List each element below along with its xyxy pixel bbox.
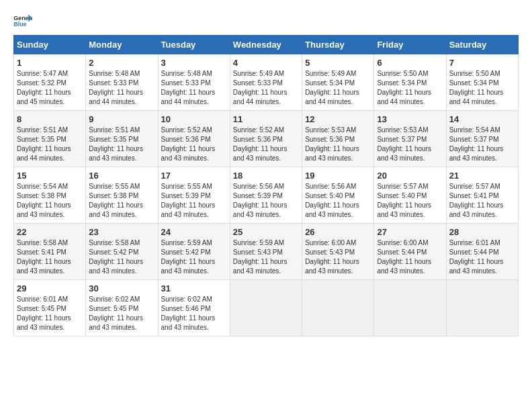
cell-info: Sunrise: 6:01 AMSunset: 5:45 PMDaylight:… xyxy=(17,295,83,332)
day-number: 10 xyxy=(161,114,227,124)
day-number: 17 xyxy=(161,171,227,181)
calendar-cell: 27Sunrise: 6:00 AMSunset: 5:44 PMDayligh… xyxy=(374,224,446,280)
logo: General Blue xyxy=(13,13,32,28)
logo-icon: General Blue xyxy=(13,13,32,28)
day-number: 7 xyxy=(449,58,515,68)
cell-info: Sunrise: 5:52 AMSunset: 5:36 PMDaylight:… xyxy=(161,126,227,163)
svg-text:Blue: Blue xyxy=(13,21,26,28)
day-number: 23 xyxy=(89,227,154,237)
calendar-cell: 7Sunrise: 5:50 AMSunset: 5:34 PMDaylight… xyxy=(446,54,518,111)
day-number: 29 xyxy=(17,283,83,293)
day-number: 24 xyxy=(161,227,227,237)
header: General Blue xyxy=(13,13,519,28)
day-header-friday: Friday xyxy=(374,36,446,54)
cell-info: Sunrise: 5:55 AMSunset: 5:39 PMDaylight:… xyxy=(161,182,227,220)
day-number: 30 xyxy=(89,283,154,293)
day-number: 15 xyxy=(17,171,83,181)
day-number: 6 xyxy=(377,58,443,68)
cell-info: Sunrise: 5:50 AMSunset: 5:34 PMDaylight:… xyxy=(449,69,515,107)
cell-info: Sunrise: 5:59 AMSunset: 5:42 PMDaylight:… xyxy=(161,238,227,276)
cell-info: Sunrise: 5:56 AMSunset: 5:40 PMDaylight:… xyxy=(305,182,371,220)
calendar-cell: 26Sunrise: 6:00 AMSunset: 5:43 PMDayligh… xyxy=(302,224,374,280)
day-number: 1 xyxy=(17,58,83,68)
day-number: 20 xyxy=(377,171,443,181)
day-number: 8 xyxy=(17,114,83,124)
calendar-cell: 8Sunrise: 5:51 AMSunset: 5:35 PMDaylight… xyxy=(14,111,86,167)
calendar-cell: 13Sunrise: 5:53 AMSunset: 5:37 PMDayligh… xyxy=(374,111,446,167)
calendar-cell: 30Sunrise: 6:02 AMSunset: 5:45 PMDayligh… xyxy=(86,280,158,336)
cell-info: Sunrise: 5:52 AMSunset: 5:36 PMDaylight:… xyxy=(233,126,299,163)
calendar-cell: 10Sunrise: 5:52 AMSunset: 5:36 PMDayligh… xyxy=(158,111,230,167)
day-number: 2 xyxy=(89,58,154,68)
calendar-cell: 28Sunrise: 6:01 AMSunset: 5:44 PMDayligh… xyxy=(446,224,518,280)
calendar-cell: 21Sunrise: 5:57 AMSunset: 5:41 PMDayligh… xyxy=(446,167,518,224)
day-header-saturday: Saturday xyxy=(446,36,518,54)
day-number: 4 xyxy=(233,58,299,68)
cell-info: Sunrise: 5:51 AMSunset: 5:35 PMDaylight:… xyxy=(17,126,83,163)
calendar-week-3: 15Sunrise: 5:54 AMSunset: 5:38 PMDayligh… xyxy=(14,167,519,224)
cell-info: Sunrise: 5:53 AMSunset: 5:36 PMDaylight:… xyxy=(305,126,371,163)
cell-info: Sunrise: 5:58 AMSunset: 5:42 PMDaylight:… xyxy=(89,238,154,276)
cell-info: Sunrise: 5:58 AMSunset: 5:41 PMDaylight:… xyxy=(17,238,83,276)
calendar-cell: 11Sunrise: 5:52 AMSunset: 5:36 PMDayligh… xyxy=(230,111,302,167)
calendar-cell: 17Sunrise: 5:55 AMSunset: 5:39 PMDayligh… xyxy=(158,167,230,224)
calendar-cell: 14Sunrise: 5:54 AMSunset: 5:37 PMDayligh… xyxy=(446,111,518,167)
cell-info: Sunrise: 6:00 AMSunset: 5:43 PMDaylight:… xyxy=(305,238,371,276)
calendar-cell: 16Sunrise: 5:55 AMSunset: 5:38 PMDayligh… xyxy=(86,167,158,224)
calendar-cell: 20Sunrise: 5:57 AMSunset: 5:40 PMDayligh… xyxy=(374,167,446,224)
calendar-cell: 29Sunrise: 6:01 AMSunset: 5:45 PMDayligh… xyxy=(14,280,86,336)
cell-info: Sunrise: 5:51 AMSunset: 5:35 PMDaylight:… xyxy=(89,126,154,163)
calendar-week-4: 22Sunrise: 5:58 AMSunset: 5:41 PMDayligh… xyxy=(14,224,519,280)
calendar-cell xyxy=(374,280,446,336)
day-number: 18 xyxy=(233,171,299,181)
cell-info: Sunrise: 6:02 AMSunset: 5:45 PMDaylight:… xyxy=(89,295,154,332)
calendar-cell: 31Sunrise: 6:02 AMSunset: 5:46 PMDayligh… xyxy=(158,280,230,336)
day-number: 22 xyxy=(17,227,83,237)
calendar-week-2: 8Sunrise: 5:51 AMSunset: 5:35 PMDaylight… xyxy=(14,111,519,167)
day-number: 11 xyxy=(233,114,299,124)
calendar-cell: 15Sunrise: 5:54 AMSunset: 5:38 PMDayligh… xyxy=(14,167,86,224)
calendar-cell: 2Sunrise: 5:48 AMSunset: 5:33 PMDaylight… xyxy=(86,54,158,111)
day-header-sunday: Sunday xyxy=(14,36,86,54)
calendar-cell: 12Sunrise: 5:53 AMSunset: 5:36 PMDayligh… xyxy=(302,111,374,167)
day-number: 14 xyxy=(449,114,515,124)
day-header-monday: Monday xyxy=(86,36,158,54)
calendar-cell: 24Sunrise: 5:59 AMSunset: 5:42 PMDayligh… xyxy=(158,224,230,280)
calendar-cell: 3Sunrise: 5:48 AMSunset: 5:33 PMDaylight… xyxy=(158,54,230,111)
day-number: 12 xyxy=(305,114,371,124)
header-row: SundayMondayTuesdayWednesdayThursdayFrid… xyxy=(14,36,519,54)
cell-info: Sunrise: 5:47 AMSunset: 5:32 PMDaylight:… xyxy=(17,69,83,107)
calendar-cell: 18Sunrise: 5:56 AMSunset: 5:39 PMDayligh… xyxy=(230,167,302,224)
calendar-cell: 22Sunrise: 5:58 AMSunset: 5:41 PMDayligh… xyxy=(14,224,86,280)
cell-info: Sunrise: 5:59 AMSunset: 5:43 PMDaylight:… xyxy=(233,238,299,276)
day-number: 19 xyxy=(305,171,371,181)
day-number: 26 xyxy=(305,227,371,237)
cell-info: Sunrise: 5:53 AMSunset: 5:37 PMDaylight:… xyxy=(377,126,443,163)
day-header-tuesday: Tuesday xyxy=(158,36,230,54)
cell-info: Sunrise: 6:01 AMSunset: 5:44 PMDaylight:… xyxy=(449,238,515,276)
day-number: 21 xyxy=(449,171,515,181)
cell-info: Sunrise: 5:48 AMSunset: 5:33 PMDaylight:… xyxy=(89,69,154,107)
cell-info: Sunrise: 6:02 AMSunset: 5:46 PMDaylight:… xyxy=(161,295,227,332)
calendar-cell: 9Sunrise: 5:51 AMSunset: 5:35 PMDaylight… xyxy=(86,111,158,167)
cell-info: Sunrise: 5:55 AMSunset: 5:38 PMDaylight:… xyxy=(89,182,154,220)
day-number: 5 xyxy=(305,58,371,68)
cell-info: Sunrise: 5:50 AMSunset: 5:34 PMDaylight:… xyxy=(377,69,443,107)
cell-info: Sunrise: 5:57 AMSunset: 5:41 PMDaylight:… xyxy=(449,182,515,220)
calendar-cell: 1Sunrise: 5:47 AMSunset: 5:32 PMDaylight… xyxy=(14,54,86,111)
day-number: 3 xyxy=(161,58,227,68)
cell-info: Sunrise: 5:48 AMSunset: 5:33 PMDaylight:… xyxy=(161,69,227,107)
calendar-table: SundayMondayTuesdayWednesdayThursdayFrid… xyxy=(13,35,519,336)
cell-info: Sunrise: 5:54 AMSunset: 5:37 PMDaylight:… xyxy=(449,126,515,163)
calendar-cell: 6Sunrise: 5:50 AMSunset: 5:34 PMDaylight… xyxy=(374,54,446,111)
calendar-cell xyxy=(302,280,374,336)
day-number: 27 xyxy=(377,227,443,237)
day-number: 9 xyxy=(89,114,154,124)
calendar-cell: 23Sunrise: 5:58 AMSunset: 5:42 PMDayligh… xyxy=(86,224,158,280)
day-number: 25 xyxy=(233,227,299,237)
cell-info: Sunrise: 5:49 AMSunset: 5:34 PMDaylight:… xyxy=(305,69,371,107)
day-number: 31 xyxy=(161,283,227,293)
cell-info: Sunrise: 5:56 AMSunset: 5:39 PMDaylight:… xyxy=(233,182,299,220)
calendar-cell: 5Sunrise: 5:49 AMSunset: 5:34 PMDaylight… xyxy=(302,54,374,111)
calendar-cell: 19Sunrise: 5:56 AMSunset: 5:40 PMDayligh… xyxy=(302,167,374,224)
